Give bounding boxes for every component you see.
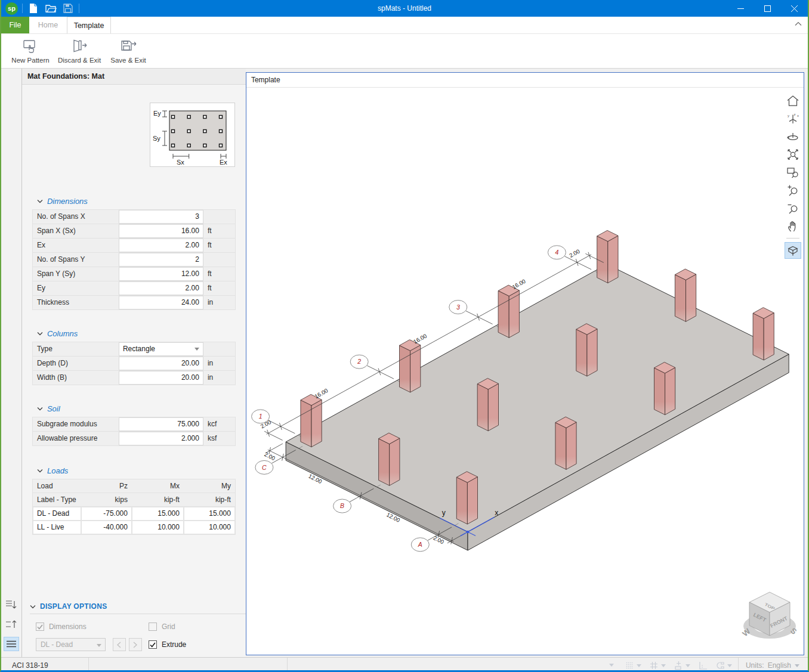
column — [498, 285, 519, 337]
checkbox — [36, 623, 44, 631]
caret-down-tool — [608, 661, 617, 670]
minimize-button[interactable] — [727, 0, 754, 17]
load-row: DL - Dead-75.00015.00015.000 — [33, 507, 235, 521]
property-value-input[interactable]: 2.000 — [119, 432, 203, 445]
grid-letter-label: B — [340, 502, 344, 509]
view-cube: WSTOPLEFTFRONT — [740, 592, 798, 639]
save-exit-label: Save & Exit — [110, 57, 146, 64]
menu-icon[interactable] — [4, 637, 19, 651]
loads-header-cell: kip-ft — [184, 493, 235, 507]
new-pattern-button[interactable]: New Pattern — [6, 34, 55, 68]
column — [675, 269, 696, 321]
load-value-cell[interactable]: 10.000 — [184, 521, 235, 534]
dimension-label: 2.00 — [568, 247, 581, 259]
property-unit: ksf — [203, 432, 235, 445]
diagram-label-sx: Sx — [177, 159, 184, 166]
column — [301, 394, 322, 447]
chevron-down-icon — [637, 664, 641, 667]
previous-load-case-button — [113, 638, 126, 651]
expand-all-icon[interactable] — [4, 597, 19, 612]
orbit-button[interactable] — [785, 128, 801, 145]
svg-text:y: y — [788, 114, 789, 117]
property-value-input[interactable]: 24.00 — [119, 296, 203, 309]
property-unit: ft — [203, 267, 235, 281]
load-value-cell[interactable]: -75.000 — [81, 507, 132, 521]
zoom-extents-button[interactable] — [785, 146, 801, 163]
grid-checkbox: Grid — [149, 623, 208, 631]
property-value-input[interactable]: 2.00 — [119, 281, 203, 295]
tab-file[interactable]: File — [1, 17, 29, 33]
column — [399, 340, 420, 392]
corner-ruler-tool — [699, 661, 708, 670]
close-button[interactable] — [781, 0, 808, 17]
table-row: Allowable pressure2.000ksf — [33, 432, 235, 445]
discard-exit-icon — [70, 38, 88, 55]
new-file-icon[interactable] — [27, 2, 40, 15]
table-row: Subgrade modulus75.000kcf — [33, 417, 235, 432]
property-value-input[interactable]: 75.000 — [119, 417, 203, 431]
hash-grid-tool — [650, 661, 666, 670]
panel-title: Mat Foundations: Mat — [22, 69, 246, 85]
column — [576, 324, 597, 376]
section-heading-loads[interactable]: Loads — [37, 466, 246, 475]
loads-header-cell: Label - Type — [33, 493, 81, 507]
app-logo[interactable]: sp — [5, 2, 18, 15]
units-selector[interactable]: Units: English — [738, 658, 808, 672]
display-options-heading[interactable]: DISPLAY OPTIONS — [30, 601, 246, 612]
svg-text:z: z — [794, 113, 796, 116]
save-file-icon[interactable] — [61, 2, 75, 15]
discard-exit-button[interactable]: Discard & Exit — [55, 34, 104, 68]
maximize-button[interactable] — [754, 0, 781, 17]
property-unit: ft — [203, 281, 235, 295]
extrude-checkbox[interactable]: Extrude — [149, 640, 208, 649]
axes-button[interactable]: yzx — [785, 110, 801, 127]
collapse-all-icon[interactable] — [4, 617, 19, 631]
loads-header-cell: Mx — [132, 479, 184, 493]
table-row: Span Y (Sy)12.00ft — [33, 267, 235, 281]
diagram-label-sy: Sy — [153, 135, 160, 142]
section-heading-dimensions[interactable]: Dimensions — [37, 196, 246, 206]
zoom-in-button[interactable] — [785, 182, 801, 199]
section-heading-soil[interactable]: Soil — [37, 404, 246, 413]
property-value-input[interactable]: 3 — [119, 210, 203, 224]
save-exit-button[interactable]: Save & Exit — [104, 34, 153, 68]
checkbox[interactable] — [149, 640, 157, 649]
section-heading-columns[interactable]: Columns — [37, 329, 246, 338]
diagram-label-ex: Ex — [220, 159, 227, 166]
template-viewport: Template 2.0016.0016.0016.002.0012342.00… — [246, 72, 804, 655]
zoom-out-button[interactable] — [785, 200, 801, 216]
property-value-input[interactable]: 20.00 — [119, 357, 203, 370]
magnet-tool — [716, 661, 732, 670]
load-value-cell[interactable]: 15.000 — [132, 507, 184, 521]
svg-text:x: x — [797, 114, 799, 117]
zoom-in-icon — [786, 183, 800, 197]
load-value-cell[interactable]: -40.000 — [81, 521, 132, 534]
load-value-cell[interactable]: 10.000 — [132, 521, 184, 534]
property-value-input[interactable]: 12.00 — [119, 267, 203, 281]
property-unit: ft — [203, 239, 235, 252]
loads-units-row: Label - Typekipskip-ftkip-ft — [33, 493, 235, 507]
property-value-input[interactable]: 2.00 — [119, 239, 203, 252]
axis-y-label: y — [442, 509, 446, 517]
chevron-down-icon — [686, 664, 690, 667]
home-button[interactable] — [785, 92, 801, 109]
property-value-input[interactable]: 16.00 — [119, 224, 203, 238]
load-value-cell[interactable]: 15.000 — [184, 507, 235, 521]
corner-ruler-icon — [699, 661, 708, 670]
iso-view-button[interactable] — [785, 242, 801, 259]
property-value-input[interactable]: 20.00 — [119, 371, 203, 385]
viewport-canvas[interactable]: 2.0016.0016.0016.002.0012342.0012.0012.0… — [246, 88, 804, 655]
property-dropdown[interactable]: Rectangle — [119, 342, 203, 356]
open-file-icon[interactable] — [44, 2, 57, 15]
zoom-window-button[interactable] — [785, 164, 801, 181]
property-label: No. of Spans X — [33, 210, 119, 224]
property-value-input[interactable]: 2 — [119, 253, 203, 267]
chevron-down-icon — [795, 664, 799, 667]
chevron-up-icon[interactable] — [795, 21, 802, 26]
tab-template[interactable]: Template — [67, 17, 111, 33]
tab-home[interactable]: Home — [29, 17, 67, 33]
loads-header-cell: Load — [33, 479, 81, 493]
viewport-toolbar: yzx — [784, 92, 802, 260]
column — [456, 472, 477, 524]
pan-button[interactable] — [785, 218, 801, 234]
